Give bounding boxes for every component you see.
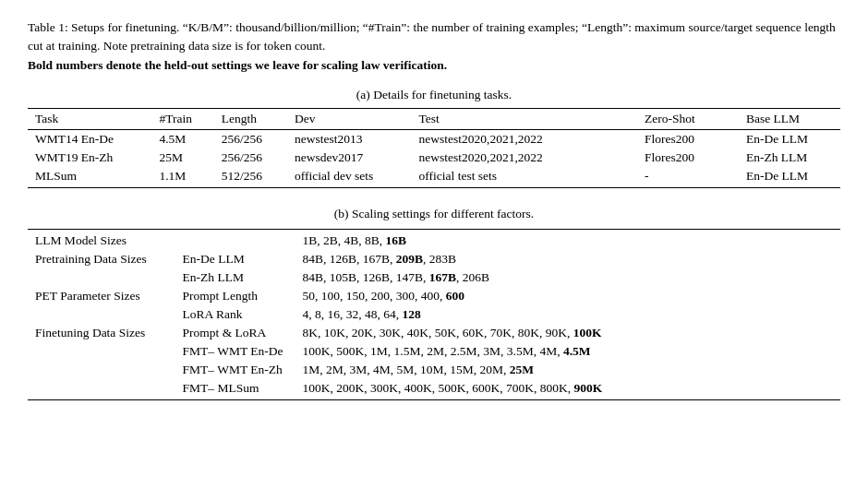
row-label-finetuning-4 — [28, 379, 175, 400]
cell-test: official test sets — [412, 167, 637, 188]
row-label-llm-model: LLM Model Sizes — [28, 229, 175, 250]
cell-dev: newsdev2017 — [287, 149, 411, 167]
row-values-prompt-lora: 8K, 10K, 20K, 30K, 40K, 50K, 60K, 70K, 8… — [295, 324, 841, 342]
cell-dev: official dev sets — [287, 167, 411, 188]
row-sublabel-prompt-lora: Prompt & LoRA — [175, 324, 295, 342]
table-row: FMT– WMT En-De 100K, 500K, 1M, 1.5M, 2M,… — [28, 342, 840, 361]
row-sublabel-fmt-wmt-en-zh: FMT– WMT En-Zh — [175, 361, 295, 379]
col-header-train: #Train — [151, 108, 213, 129]
row-values-lora-rank: 4, 8, 16, 32, 48, 64, 128 — [295, 305, 841, 324]
table-row: En-Zh LLM 84B, 105B, 126B, 147B, 167B, 2… — [28, 268, 840, 287]
row-values-fmt-mlsum: 100K, 200K, 300K, 400K, 500K, 600K, 700K… — [295, 379, 841, 400]
cell-task: WMT14 En-De — [28, 129, 151, 149]
table-row: LoRA Rank 4, 8, 16, 32, 48, 64, 128 — [28, 305, 840, 324]
row-sublabel-lora-rank: LoRA Rank — [175, 305, 295, 324]
table-row: FMT– WMT En-Zh 1M, 2M, 3M, 4M, 5M, 10M, … — [28, 361, 840, 379]
row-label-finetuning-2 — [28, 342, 175, 361]
table-b: LLM Model Sizes 1B, 2B, 4B, 8B, 16B Pret… — [28, 229, 840, 400]
col-header-dev: Dev — [287, 108, 411, 129]
cell-test: newstest2020,2021,2022 — [412, 149, 637, 167]
row-sublabel-fmt-mlsum: FMT– MLSum — [175, 379, 295, 400]
table-a-header-row: Task #Train Length Dev Test Zero-Shot Ba… — [28, 108, 840, 129]
col-header-basellm: Base LLM — [739, 108, 840, 129]
row-sublabel-prompt-length: Prompt Length — [175, 287, 295, 305]
row-label-finetuning: Finetuning Data Sizes — [28, 324, 175, 342]
table-row: WMT14 En-De 4.5M 256/256 newstest2013 ne… — [28, 129, 840, 149]
cell-basellm: En-Zh LLM — [739, 149, 840, 167]
cell-task: MLSum — [28, 167, 151, 188]
row-values-pretraining-en-de: 84B, 126B, 167B, 209B, 283B — [295, 250, 841, 268]
row-label-pretraining-2 — [28, 268, 175, 287]
table-row: Finetuning Data Sizes Prompt & LoRA 8K, … — [28, 324, 840, 342]
cell-length: 256/256 — [214, 129, 287, 149]
table-row: MLSum 1.1M 512/256 official dev sets off… — [28, 167, 840, 188]
sub-caption-b: (b) Scaling settings for different facto… — [28, 207, 840, 221]
row-label-pretraining: Pretraining Data Sizes — [28, 250, 175, 268]
caption-bold-text: Bold numbers denote the held-out setting… — [28, 58, 447, 72]
cell-test: newstest2020,2021,2022 — [412, 129, 637, 149]
table-row: LLM Model Sizes 1B, 2B, 4B, 8B, 16B — [28, 229, 840, 250]
cell-train: 1.1M — [151, 167, 213, 188]
row-values-llm-model: 1B, 2B, 4B, 8B, 16B — [295, 229, 841, 250]
cell-length: 512/256 — [214, 167, 287, 188]
cell-zeroshot: - — [637, 167, 739, 188]
cell-basellm: En-De LLM — [739, 129, 840, 149]
cell-zeroshot: Flores200 — [637, 149, 739, 167]
sub-caption-a: (a) Details for finetuning tasks. — [28, 88, 840, 102]
table-row: FMT– MLSum 100K, 200K, 300K, 400K, 500K,… — [28, 379, 840, 400]
row-sublabel-pretraining-en-de: En-De LLM — [175, 250, 295, 268]
row-label-pet-2 — [28, 305, 175, 324]
table-row: Pretraining Data Sizes En-De LLM 84B, 12… — [28, 250, 840, 268]
row-label-finetuning-3 — [28, 361, 175, 379]
row-values-pretraining-en-zh: 84B, 105B, 126B, 147B, 167B, 206B — [295, 268, 841, 287]
cell-task: WMT19 En-Zh — [28, 149, 151, 167]
row-values-fmt-wmt-en-de: 100K, 500K, 1M, 1.5M, 2M, 2.5M, 3M, 3.5M… — [295, 342, 841, 361]
table-row: PET Parameter Sizes Prompt Length 50, 10… — [28, 287, 840, 305]
col-header-test: Test — [412, 108, 637, 129]
row-label-pet: PET Parameter Sizes — [28, 287, 175, 305]
cell-zeroshot: Flores200 — [637, 129, 739, 149]
row-sublabel-fmt-wmt-en-de: FMT– WMT En-De — [175, 342, 295, 361]
table-a: Task #Train Length Dev Test Zero-Shot Ba… — [28, 108, 840, 188]
caption-main-text: Table 1: Setups for finetuning. “K/B/M”:… — [28, 20, 836, 53]
caption: Table 1: Setups for finetuning. “K/B/M”:… — [28, 18, 840, 75]
cell-length: 256/256 — [214, 149, 287, 167]
col-header-task: Task — [28, 108, 151, 129]
cell-basellm: En-De LLM — [739, 167, 840, 188]
cell-train: 4.5M — [151, 129, 213, 149]
row-sublabel-pretraining-en-zh: En-Zh LLM — [175, 268, 295, 287]
col-header-length: Length — [214, 108, 287, 129]
row-values-prompt-length: 50, 100, 150, 200, 300, 400, 600 — [295, 287, 841, 305]
row-sublabel-llm-model — [175, 229, 295, 250]
cell-train: 25M — [151, 149, 213, 167]
row-values-fmt-wmt-en-zh: 1M, 2M, 3M, 4M, 5M, 10M, 15M, 20M, 25M — [295, 361, 841, 379]
table-row: WMT19 En-Zh 25M 256/256 newsdev2017 news… — [28, 149, 840, 167]
col-header-zeroshot: Zero-Shot — [637, 108, 739, 129]
cell-dev: newstest2013 — [287, 129, 411, 149]
